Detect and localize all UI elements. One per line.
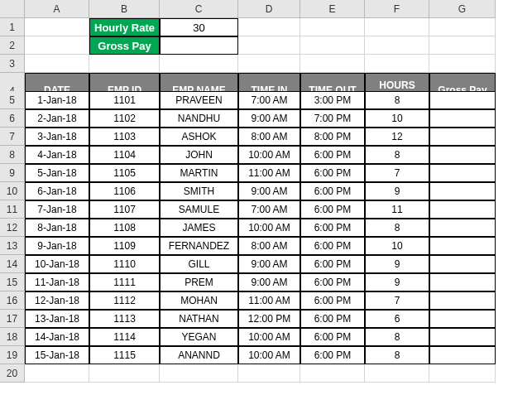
column-header-G[interactable]: G (429, 0, 496, 18)
cell-date-row12[interactable]: 8-Jan-18 (25, 219, 89, 237)
cell-hours_worked-row9[interactable]: 7 (365, 164, 429, 182)
cell-emp_id-row13[interactable]: 1109 (89, 237, 160, 255)
cell-hours_worked-row7[interactable]: 12 (365, 128, 429, 146)
cell-emp_id-row11[interactable]: 1107 (89, 200, 160, 219)
cell-emp_id-row10[interactable]: 1106 (89, 182, 160, 200)
cell-date-row11[interactable]: 7-Jan-18 (25, 200, 89, 219)
cell-emp_name-row12[interactable]: JAMES (160, 219, 238, 237)
column-header-F[interactable]: F (365, 0, 429, 18)
column-header-B[interactable]: B (89, 0, 160, 18)
row-header-12[interactable]: 12 (0, 219, 25, 237)
row-header-9[interactable]: 9 (0, 164, 25, 182)
row-header-20[interactable]: 20 (0, 364, 25, 383)
cell-E2[interactable] (300, 36, 365, 55)
cell-emp_id-row15[interactable]: 1111 (89, 273, 160, 291)
cell-gross_pay-row10[interactable] (429, 182, 496, 200)
cell-time_out-row14[interactable]: 6:00 PM (300, 255, 365, 273)
row-header-11[interactable]: 11 (0, 200, 25, 219)
cell-emp_name-row16[interactable]: MOHAN (160, 291, 238, 310)
cell-date-row6[interactable]: 2-Jan-18 (25, 109, 89, 128)
cell-time_in-row5[interactable]: 7:00 AM (238, 91, 300, 109)
cell-time_out-row10[interactable]: 6:00 PM (300, 182, 365, 200)
cell-G2[interactable] (429, 36, 496, 55)
cell-hours_worked-row17[interactable]: 6 (365, 310, 429, 328)
cell-gross_pay-row16[interactable] (429, 291, 496, 310)
cell-gross_pay-row14[interactable] (429, 255, 496, 273)
cell-time_in-row15[interactable]: 9:00 AM (238, 273, 300, 291)
cell-emp_id-row7[interactable]: 1103 (89, 128, 160, 146)
cell-time_in-row18[interactable]: 10:00 AM (238, 328, 300, 346)
cell-time_in-row9[interactable]: 11:00 AM (238, 164, 300, 182)
cell-time_in-row13[interactable]: 8:00 AM (238, 237, 300, 255)
row-header-6[interactable]: 6 (0, 109, 25, 128)
cell-gross_pay-row13[interactable] (429, 237, 496, 255)
cell-D2[interactable] (238, 36, 300, 55)
cell-gross_pay-row18[interactable] (429, 328, 496, 346)
cell-date-row10[interactable]: 6-Jan-18 (25, 182, 89, 200)
row-header-8[interactable]: 8 (0, 146, 25, 164)
cell-date-row17[interactable]: 13-Jan-18 (25, 310, 89, 328)
cell-time_in-row14[interactable]: 9:00 AM (238, 255, 300, 273)
cell-time_out-row6[interactable]: 7:00 PM (300, 109, 365, 128)
cell-hours_worked-row13[interactable]: 10 (365, 237, 429, 255)
cell-time_in-row12[interactable]: 10:00 AM (238, 219, 300, 237)
cell-date-row8[interactable]: 4-Jan-18 (25, 146, 89, 164)
cell-gross_pay-row11[interactable] (429, 200, 496, 219)
cell-time_out-row8[interactable]: 6:00 PM (300, 146, 365, 164)
cell-gross_pay-row7[interactable] (429, 128, 496, 146)
cell-A2[interactable] (25, 36, 89, 55)
row-header-3[interactable]: 3 (0, 55, 25, 73)
cell-F3[interactable] (365, 55, 429, 73)
cell-hours_worked-row16[interactable]: 7 (365, 291, 429, 310)
cell-emp_id-row12[interactable]: 1108 (89, 219, 160, 237)
cell-date-row9[interactable]: 5-Jan-18 (25, 164, 89, 182)
cell-B3[interactable] (89, 55, 160, 73)
cell-date-row7[interactable]: 3-Jan-18 (25, 128, 89, 146)
cell-emp_name-row11[interactable]: SAMULE (160, 200, 238, 219)
cell-E3[interactable] (300, 55, 365, 73)
row-header-19[interactable]: 19 (0, 346, 25, 364)
cell-time_in-row8[interactable]: 10:00 AM (238, 146, 300, 164)
cell-G20[interactable] (429, 364, 496, 383)
row-header-5[interactable]: 5 (0, 91, 25, 109)
row-header-1[interactable]: 1 (0, 18, 25, 36)
cell-time_out-row18[interactable]: 6:00 PM (300, 328, 365, 346)
cell-date-row15[interactable]: 11-Jan-18 (25, 273, 89, 291)
cell-hours_worked-row14[interactable]: 9 (365, 255, 429, 273)
cell-time_in-row10[interactable]: 9:00 AM (238, 182, 300, 200)
cell-hours_worked-row6[interactable]: 10 (365, 109, 429, 128)
cell-time_in-row11[interactable]: 7:00 AM (238, 200, 300, 219)
cell-hours_worked-row8[interactable]: 8 (365, 146, 429, 164)
cell-time_out-row13[interactable]: 6:00 PM (300, 237, 365, 255)
cell-emp_name-row7[interactable]: ASHOK (160, 128, 238, 146)
cell-emp_name-row5[interactable]: PRAVEEN (160, 91, 238, 109)
spreadsheet-grid[interactable]: ABCDEFG1Hourly Rate302Gross Pay34DATEEMP… (0, 0, 532, 383)
cell-date-row16[interactable]: 12-Jan-18 (25, 291, 89, 310)
cell-emp_name-row17[interactable]: NATHAN (160, 310, 238, 328)
cell-emp_name-row6[interactable]: NANDHU (160, 109, 238, 128)
cell-A3[interactable] (25, 55, 89, 73)
row-header-16[interactable]: 16 (0, 291, 25, 310)
cell-time_out-row7[interactable]: 8:00 PM (300, 128, 365, 146)
row-header-18[interactable]: 18 (0, 328, 25, 346)
cell-C20[interactable] (160, 364, 238, 383)
column-header-E[interactable]: E (300, 0, 365, 18)
cell-A1[interactable] (25, 18, 89, 36)
cell-time_out-row19[interactable]: 6:00 PM (300, 346, 365, 364)
cell-E20[interactable] (300, 364, 365, 383)
cell-hours_worked-row10[interactable]: 9 (365, 182, 429, 200)
cell-time_out-row5[interactable]: 3:00 PM (300, 91, 365, 109)
cell-emp_id-row19[interactable]: 1115 (89, 346, 160, 364)
row-header-17[interactable]: 17 (0, 310, 25, 328)
cell-gross_pay-row12[interactable] (429, 219, 496, 237)
cell-emp_id-row16[interactable]: 1112 (89, 291, 160, 310)
cell-emp_name-row10[interactable]: SMITH (160, 182, 238, 200)
cell-emp_name-row15[interactable]: PREM (160, 273, 238, 291)
cell-gross_pay-row6[interactable] (429, 109, 496, 128)
cell-emp_id-row8[interactable]: 1104 (89, 146, 160, 164)
cell-time_out-row16[interactable]: 6:00 PM (300, 291, 365, 310)
cell-emp_id-row5[interactable]: 1101 (89, 91, 160, 109)
cell-hours_worked-row12[interactable]: 8 (365, 219, 429, 237)
column-header-D[interactable]: D (238, 0, 300, 18)
cell-date-row19[interactable]: 15-Jan-18 (25, 346, 89, 364)
